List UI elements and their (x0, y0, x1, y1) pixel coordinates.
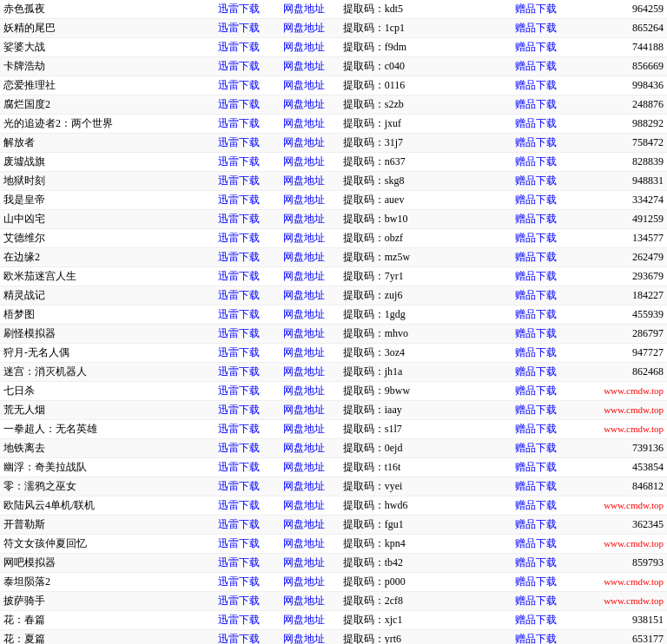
xunlei-link[interactable]: 迅雷下载 (218, 461, 260, 473)
xunlei-cell[interactable]: 迅雷下载 (215, 401, 279, 420)
wangpan-cell[interactable]: 网盘地址 (280, 267, 340, 286)
wangpan-cell[interactable]: 网盘地址 (280, 286, 340, 306)
wangpan-link[interactable]: 网盘地址 (283, 537, 325, 549)
wangpan-cell[interactable]: 网盘地址 (280, 134, 340, 153)
gift-link[interactable]: 赠品下载 (515, 575, 557, 588)
gift-link[interactable]: 赠品下载 (515, 117, 557, 129)
wangpan-cell[interactable]: 网盘地址 (280, 573, 340, 592)
wangpan-link[interactable]: 网盘地址 (283, 518, 325, 530)
xunlei-cell[interactable]: 迅雷下载 (215, 363, 279, 382)
xunlei-link[interactable]: 迅雷下载 (218, 365, 260, 378)
gift-cell[interactable]: 赠品下载 (512, 439, 581, 458)
wangpan-link[interactable]: 网盘地址 (283, 365, 325, 378)
xunlei-link[interactable]: 迅雷下载 (218, 308, 260, 320)
wangpan-cell[interactable]: 网盘地址 (280, 57, 340, 76)
xunlei-link[interactable]: 迅雷下载 (218, 174, 260, 187)
wangpan-link[interactable]: 网盘地址 (283, 461, 325, 473)
xunlei-cell[interactable]: 迅雷下载 (215, 306, 279, 325)
wangpan-cell[interactable]: 网盘地址 (280, 611, 340, 630)
gift-link[interactable]: 赠品下载 (515, 614, 557, 626)
gift-cell[interactable]: 赠品下载 (512, 401, 581, 420)
xunlei-cell[interactable]: 迅雷下载 (215, 420, 279, 439)
wangpan-cell[interactable]: 网盘地址 (280, 0, 340, 19)
gift-cell[interactable]: 赠品下载 (512, 630, 581, 645)
wangpan-link[interactable]: 网盘地址 (283, 480, 325, 492)
gift-cell[interactable]: 赠品下载 (512, 210, 581, 229)
gift-cell[interactable]: 赠品下载 (512, 325, 581, 344)
wangpan-link[interactable]: 网盘地址 (283, 384, 325, 397)
wangpan-cell[interactable]: 网盘地址 (280, 248, 340, 267)
gift-cell[interactable]: 赠品下载 (512, 38, 581, 57)
xunlei-link[interactable]: 迅雷下载 (218, 194, 260, 206)
wangpan-cell[interactable]: 网盘地址 (280, 496, 340, 516)
gift-cell[interactable]: 赠品下载 (512, 115, 581, 134)
xunlei-cell[interactable]: 迅雷下载 (215, 439, 279, 458)
wangpan-link[interactable]: 网盘地址 (283, 423, 325, 435)
gift-cell[interactable]: 赠品下载 (512, 286, 581, 306)
gift-link[interactable]: 赠品下载 (515, 499, 557, 511)
gift-link[interactable]: 赠品下载 (515, 327, 557, 339)
xunlei-link[interactable]: 迅雷下载 (218, 499, 260, 511)
xunlei-cell[interactable]: 迅雷下载 (215, 535, 279, 554)
wangpan-link[interactable]: 网盘地址 (283, 41, 325, 53)
xunlei-link[interactable]: 迅雷下载 (218, 3, 260, 15)
gift-link[interactable]: 赠品下载 (515, 556, 557, 568)
xunlei-cell[interactable]: 迅雷下载 (215, 344, 279, 363)
xunlei-link[interactable]: 迅雷下载 (218, 384, 260, 397)
xunlei-link[interactable]: 迅雷下载 (218, 251, 260, 263)
wangpan-cell[interactable]: 网盘地址 (280, 172, 340, 191)
wangpan-cell[interactable]: 网盘地址 (280, 344, 340, 363)
gift-link[interactable]: 赠品下载 (515, 289, 557, 301)
wangpan-cell[interactable]: 网盘地址 (280, 592, 340, 611)
wangpan-cell[interactable]: 网盘地址 (280, 325, 340, 344)
wangpan-link[interactable]: 网盘地址 (283, 575, 325, 588)
wangpan-link[interactable]: 网盘地址 (283, 442, 325, 454)
gift-cell[interactable]: 赠品下载 (512, 153, 581, 172)
xunlei-cell[interactable]: 迅雷下载 (215, 458, 279, 477)
xunlei-cell[interactable]: 迅雷下载 (215, 286, 279, 306)
gift-cell[interactable]: 赠品下载 (512, 172, 581, 191)
gift-cell[interactable]: 赠品下载 (512, 477, 581, 496)
xunlei-cell[interactable]: 迅雷下载 (215, 229, 279, 248)
xunlei-cell[interactable]: 迅雷下载 (215, 172, 279, 191)
gift-cell[interactable]: 赠品下载 (512, 535, 581, 554)
gift-link[interactable]: 赠品下载 (515, 442, 557, 454)
xunlei-cell[interactable]: 迅雷下载 (215, 115, 279, 134)
gift-link[interactable]: 赠品下载 (515, 155, 557, 168)
gift-cell[interactable]: 赠品下载 (512, 191, 581, 210)
xunlei-link[interactable]: 迅雷下载 (218, 423, 260, 435)
wangpan-cell[interactable]: 网盘地址 (280, 306, 340, 325)
wangpan-link[interactable]: 网盘地址 (283, 117, 325, 129)
gift-cell[interactable]: 赠品下载 (512, 0, 581, 19)
xunlei-cell[interactable]: 迅雷下载 (215, 191, 279, 210)
xunlei-cell[interactable]: 迅雷下载 (215, 38, 279, 57)
xunlei-link[interactable]: 迅雷下载 (218, 213, 260, 225)
wangpan-cell[interactable]: 网盘地址 (280, 516, 340, 535)
xunlei-link[interactable]: 迅雷下载 (218, 79, 260, 91)
xunlei-cell[interactable]: 迅雷下载 (215, 554, 279, 573)
gift-cell[interactable]: 赠品下载 (512, 344, 581, 363)
xunlei-cell[interactable]: 迅雷下载 (215, 153, 279, 172)
xunlei-cell[interactable]: 迅雷下载 (215, 19, 279, 38)
wangpan-cell[interactable]: 网盘地址 (280, 153, 340, 172)
xunlei-link[interactable]: 迅雷下载 (218, 537, 260, 549)
wangpan-cell[interactable]: 网盘地址 (280, 115, 340, 134)
gift-link[interactable]: 赠品下载 (515, 595, 557, 607)
gift-link[interactable]: 赠品下载 (515, 633, 557, 644)
wangpan-cell[interactable]: 网盘地址 (280, 554, 340, 573)
xunlei-link[interactable]: 迅雷下载 (218, 442, 260, 454)
gift-cell[interactable]: 赠品下载 (512, 611, 581, 630)
gift-cell[interactable]: 赠品下载 (512, 573, 581, 592)
xunlei-link[interactable]: 迅雷下载 (218, 480, 260, 492)
wangpan-link[interactable]: 网盘地址 (283, 251, 325, 263)
gift-link[interactable]: 赠品下载 (515, 346, 557, 358)
gift-link[interactable]: 赠品下载 (515, 213, 557, 225)
gift-link[interactable]: 赠品下载 (515, 423, 557, 435)
wangpan-link[interactable]: 网盘地址 (283, 232, 325, 244)
xunlei-link[interactable]: 迅雷下载 (218, 270, 260, 282)
gift-cell[interactable]: 赠品下载 (512, 76, 581, 95)
wangpan-link[interactable]: 网盘地址 (283, 556, 325, 568)
wangpan-cell[interactable]: 网盘地址 (280, 535, 340, 554)
wangpan-cell[interactable]: 网盘地址 (280, 95, 340, 115)
wangpan-link[interactable]: 网盘地址 (283, 136, 325, 148)
